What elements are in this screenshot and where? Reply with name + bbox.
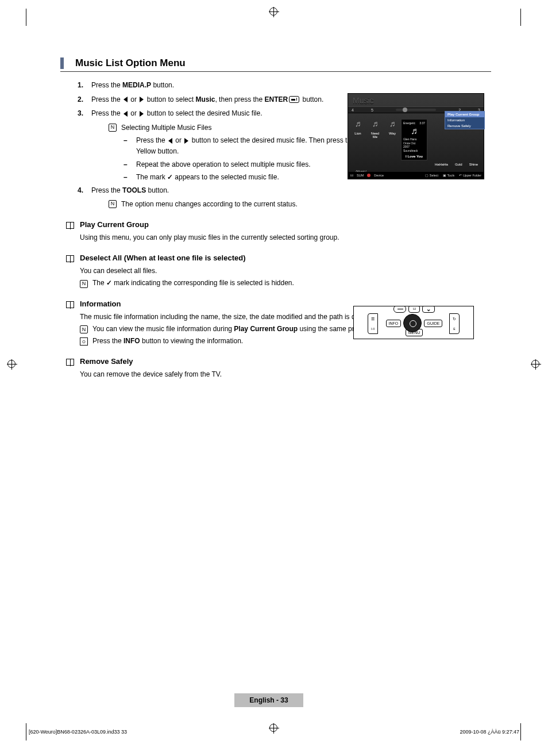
checkmark-icon: ✓ (106, 279, 112, 287)
document-print-footer: [620-Weuro]BN68-02326A-03L09.ind33 33 20… (29, 729, 519, 735)
section-note: N The ✓ mark indicating the correspondin… (80, 278, 491, 289)
step-text: Press the TOOLS button. (91, 185, 491, 196)
red-dot-icon (367, 174, 371, 177)
remote-button: — (393, 306, 406, 313)
remote-guide-button: GUIDE (424, 320, 442, 327)
music-thumb: ♬Way (386, 119, 399, 160)
note-icon: N (80, 280, 88, 288)
remote-info-button: INFO (386, 320, 402, 327)
note-icon: N (109, 124, 117, 132)
music-note-icon: ♬ (352, 119, 364, 128)
left-arrow-icon (124, 111, 128, 117)
key-icon: O (80, 337, 88, 346)
print-registration-top (269, 7, 279, 17)
page-number-footer: English - 33 (234, 693, 303, 707)
screenshot-title: Music (348, 94, 484, 106)
print-registration-left (7, 359, 17, 370)
note-icon: N (80, 325, 88, 333)
step-4: 4. Press the TOOLS button. (78, 185, 491, 196)
section-body: You can deselect all files. (80, 266, 491, 277)
section-body: Using this menu, you can only play music… (80, 232, 491, 243)
menu-item: Remove Safely (445, 123, 484, 129)
screenshot-footer: ⊟SUM Device ▢ Select ▣ Tools ↶ Upper Fol… (348, 172, 484, 179)
step-number: 4. (78, 185, 91, 196)
music-note-icon: ♬ (369, 119, 381, 128)
book-icon (66, 359, 74, 366)
enter-icon (289, 96, 299, 103)
left-arrow-icon (124, 97, 128, 102)
title-accent (60, 57, 64, 69)
section-title-bar: Music List Option Menu (60, 57, 491, 72)
right-arrow-icon (184, 138, 188, 144)
device-icon: ⊟ (350, 174, 353, 177)
remote-illustration: ☰I-II ↻E SOURCE — ⊟ ⌄ INFO GUIDE MENU (353, 306, 474, 339)
tv-screenshot: Music 4 5 2 3 ♬Lion ♬Need Me ♬Way Energe… (348, 93, 484, 179)
enter-icon: ▢ (425, 174, 430, 177)
book-icon (66, 301, 74, 308)
remote-button: ⌄ (422, 306, 435, 313)
slider-icon (396, 109, 436, 111)
crop-mark (520, 9, 521, 26)
section-remove-safely: Remove Safely (60, 357, 491, 366)
checkmark-icon: ✓ (167, 173, 173, 181)
section-deselect-all: Deselect All (When at least one file is … (60, 254, 491, 262)
menu-item: Play Current Group (445, 112, 484, 117)
dash-bullet: – (124, 172, 136, 183)
left-arrow-icon (168, 138, 172, 144)
symbol-icon: ☰ (371, 317, 375, 321)
step-number: 2. (78, 94, 91, 105)
crop-mark (520, 723, 521, 740)
music-note-icon: ♬ (411, 126, 418, 136)
music-thumb: ♬Lion (352, 119, 364, 160)
print-registration-right (531, 359, 541, 370)
step-4-note: N The option menu changes according to t… (109, 199, 491, 210)
step-1: 1. Press the MEDIA.P button. (78, 80, 491, 91)
music-thumb: ♬Need Me (369, 119, 381, 160)
step-text: Press the MEDIA.P button. (91, 80, 491, 91)
remote-button: ⊟ (408, 306, 420, 313)
symbol-icon: ↻ (453, 317, 456, 321)
right-arrow-icon (140, 111, 144, 117)
doc-footer-file: [620-Weuro]BN68-02326A-03L09.ind33 33 (29, 729, 127, 735)
book-icon (66, 255, 74, 262)
tools-icon: ▣ (443, 174, 447, 177)
right-arrow-icon (140, 97, 144, 102)
page-content: Music List Option Menu 1. Press the MEDI… (60, 57, 491, 380)
doc-footer-timestamp: 2009-10-08 ¿ÀÀü 9:27:47 (460, 729, 519, 735)
menu-item: Information (445, 117, 484, 123)
tools-popup-menu: Play Current Group Information Remove Sa… (445, 111, 485, 129)
selected-music-card: Energetic3:37 ♬ Glen Hans Once Ost 2007 … (401, 119, 427, 160)
crop-mark (26, 723, 26, 740)
section-play-current-group: Play Current Group (60, 220, 491, 229)
music-note-icon: ♬ (386, 119, 399, 128)
step-number: 1. (78, 80, 91, 91)
dash-bullet: – (124, 135, 136, 156)
note-icon: N (109, 200, 117, 208)
page-title: Music List Option Menu (75, 57, 186, 69)
book-icon (66, 222, 74, 229)
section-body: You can remove the device safely from th… (80, 369, 491, 380)
step-number: 3. (78, 108, 91, 119)
dash-bullet: – (124, 159, 136, 170)
crop-mark (26, 9, 26, 26)
